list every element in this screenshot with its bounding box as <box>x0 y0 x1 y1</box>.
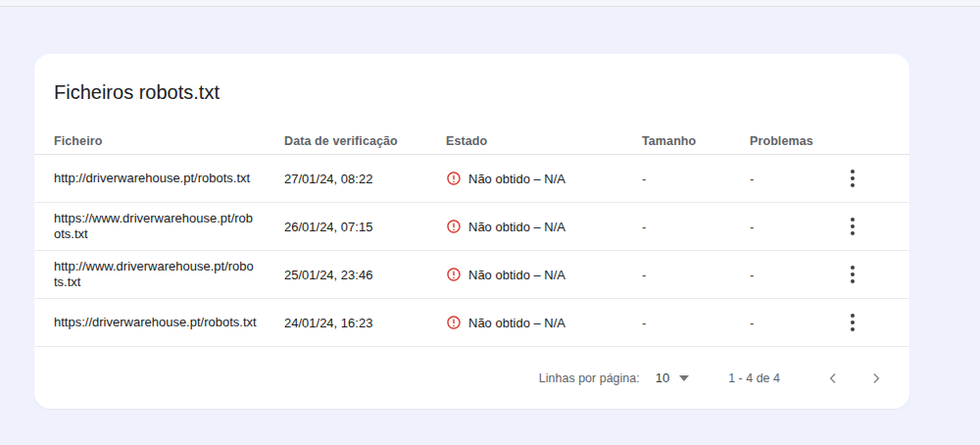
verification-date: 26/01/24, 07:15 <box>284 220 446 234</box>
kebab-menu-icon[interactable] <box>841 263 864 286</box>
issues-value: - <box>750 172 841 186</box>
size-value: - <box>642 220 750 234</box>
file-url: https://driverwarehouse.pt/robots.txt <box>54 315 284 330</box>
rows-per-page-value: 10 <box>656 371 669 385</box>
table-row: https://www.driverwarehouse.pt/robots.tx… <box>34 203 909 251</box>
kebab-menu-icon[interactable] <box>841 215 864 238</box>
error-outline-icon <box>446 267 462 282</box>
verification-date: 25/01/24, 23:46 <box>284 268 446 282</box>
rows-per-page-select[interactable]: 10 <box>656 371 689 385</box>
table-header-row: Ficheiro Data de verificação Estado Tama… <box>34 127 909 155</box>
table-row: http://driverwarehouse.pt/robots.txt 27/… <box>34 155 909 203</box>
status-cell: Não obtido – N/A <box>446 315 642 330</box>
verification-date: 27/01/24, 08:22 <box>284 172 446 186</box>
size-value: - <box>642 172 750 186</box>
status-label: Não obtido – N/A <box>468 268 565 282</box>
status-cell: Não obtido – N/A <box>446 219 642 234</box>
dropdown-arrow-icon <box>679 375 689 381</box>
error-outline-icon <box>446 219 462 234</box>
column-header-file: Ficheiro <box>54 134 284 148</box>
page-title: Ficheiros robots.txt <box>34 54 909 127</box>
issues-value: - <box>750 316 841 330</box>
kebab-menu-icon[interactable] <box>841 311 864 334</box>
error-outline-icon <box>446 171 462 186</box>
column-header-size: Tamanho <box>642 134 750 148</box>
file-url: http://driverwarehouse.pt/robots.txt <box>54 171 284 186</box>
actions-cell <box>841 263 892 286</box>
file-url: https://www.driverwarehouse.pt/robots.tx… <box>54 211 284 242</box>
size-value: - <box>642 316 750 330</box>
status-label: Não obtido – N/A <box>468 172 565 186</box>
status-label: Não obtido – N/A <box>468 220 565 234</box>
robots-files-card: Ficheiros robots.txt Ficheiro Data de ve… <box>34 54 909 409</box>
actions-cell <box>841 311 892 334</box>
chevron-right-icon[interactable] <box>864 367 888 390</box>
actions-cell <box>841 167 892 190</box>
table-pagination: Linhas por página: 10 1 - 4 de 4 <box>34 347 909 409</box>
issues-value: - <box>750 220 841 234</box>
pager-controls <box>821 367 888 390</box>
status-cell: Não obtido – N/A <box>446 171 642 186</box>
size-value: - <box>642 268 750 282</box>
table-row: http://www.driverwarehouse.pt/robots.txt… <box>34 251 909 299</box>
rows-per-page-label: Linhas por página: <box>539 371 640 385</box>
chevron-left-icon[interactable] <box>821 367 845 390</box>
status-cell: Não obtido – N/A <box>446 267 642 282</box>
column-header-issues: Problemas <box>750 134 841 148</box>
top-app-bar-edge <box>0 0 980 7</box>
robots-files-table: Ficheiro Data de verificação Estado Tama… <box>34 127 909 347</box>
verification-date: 24/01/24, 16:23 <box>284 316 446 330</box>
pagination-range: 1 - 4 de 4 <box>728 371 780 385</box>
table-row: https://driverwarehouse.pt/robots.txt 24… <box>34 299 909 347</box>
column-header-status: Estado <box>446 134 642 148</box>
issues-value: - <box>750 268 841 282</box>
error-outline-icon <box>446 315 462 330</box>
kebab-menu-icon[interactable] <box>841 167 864 190</box>
column-header-date: Data de verificação <box>284 134 446 148</box>
actions-cell <box>841 215 892 238</box>
status-label: Não obtido – N/A <box>468 316 565 330</box>
file-url: http://www.driverwarehouse.pt/robots.txt <box>54 259 284 290</box>
